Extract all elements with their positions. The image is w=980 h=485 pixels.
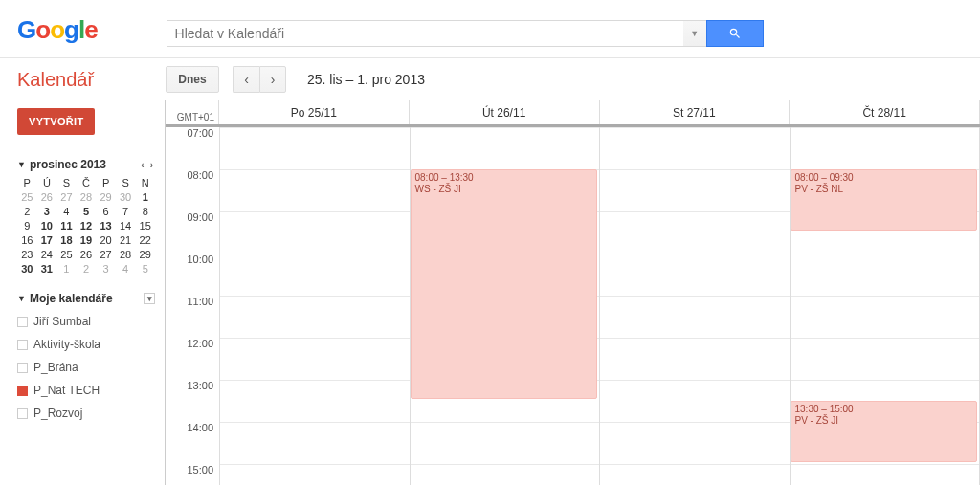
mini-day[interactable]: 27 [56, 191, 77, 203]
create-button[interactable]: VYTVOŘIT [17, 108, 95, 135]
mini-day[interactable]: 8 [135, 206, 155, 217]
toolbar: Kalendář Dnes ‹ › 25. lis – 1. pro 2013 [0, 58, 980, 100]
mini-calendar-grid[interactable]: PÚSČPSN252627282930123456789101112131415… [17, 177, 155, 275]
mini-day[interactable]: 29 [135, 249, 155, 260]
event-title: PV - ZŠ JI [795, 415, 973, 427]
today-button[interactable]: Dnes [166, 66, 219, 93]
mini-next[interactable]: › [148, 160, 155, 170]
mini-day[interactable]: 25 [56, 249, 77, 260]
mini-day[interactable]: 16 [17, 234, 37, 246]
mini-calendar-nav: ‹ › [139, 160, 155, 170]
mini-day[interactable]: 10 [37, 220, 57, 231]
mini-day[interactable]: 1 [135, 191, 155, 203]
my-calendars-header[interactable]: ▼ Moje kalendáře ▾ [17, 292, 155, 305]
calendar-label: P_Brána [33, 361, 78, 374]
mini-day[interactable]: 23 [17, 249, 37, 260]
mini-day[interactable]: 5 [77, 206, 97, 217]
event-time: 08:00 – 09:30 [795, 172, 973, 184]
mini-dow: Ú [37, 177, 57, 188]
mini-day[interactable]: 2 [77, 263, 97, 275]
calendar-event[interactable]: 13:30 – 15:00PV - ZŠ JI [791, 401, 978, 462]
mini-day[interactable]: 24 [37, 249, 57, 260]
mini-day[interactable]: 26 [77, 249, 97, 260]
mini-day[interactable]: 28 [116, 249, 136, 260]
mini-day[interactable]: 14 [116, 220, 136, 231]
search-dropdown[interactable]: ▼ [683, 20, 706, 47]
mini-day[interactable]: 30 [17, 263, 37, 275]
mini-day[interactable]: 25 [17, 191, 37, 203]
day-headers: GMT+01 Po 25/11Út 26/11St 27/11Čt 28/11 [166, 100, 980, 127]
calendar-swatch [17, 363, 28, 373]
hour-label: 07:00 [187, 127, 219, 169]
collapse-icon: ▼ [17, 294, 26, 303]
mini-day[interactable]: 31 [37, 263, 57, 275]
hour-label: 10:00 [187, 254, 219, 296]
calendar-event[interactable]: 08:00 – 09:30PV - ZŠ NL [791, 169, 978, 231]
sidebar: VYTVOŘIT ▼ prosinec 2013 ‹ › PÚSČPSN2526… [0, 100, 165, 485]
mini-day[interactable]: 4 [116, 263, 136, 275]
mini-day[interactable]: 2 [17, 206, 37, 217]
mini-prev[interactable]: ‹ [139, 160, 145, 170]
hour-label: 11:00 [187, 296, 219, 338]
calendar-item[interactable]: P_Rozvoj [17, 407, 155, 420]
mini-day[interactable]: 9 [17, 220, 37, 231]
grid-scroll[interactable]: 07:0008:0009:0010:0011:0012:0013:0014:00… [166, 127, 980, 485]
collapse-icon[interactable]: ▼ [17, 160, 26, 169]
event-time: 08:00 – 13:30 [415, 172, 593, 184]
mini-day[interactable]: 28 [77, 191, 97, 203]
my-calendars-label: Moje kalendáře [30, 292, 113, 305]
mini-day[interactable]: 1 [56, 263, 77, 275]
hour-label: 12:00 [187, 338, 219, 380]
app-title: Kalendář [17, 69, 166, 91]
mini-dow: S [116, 177, 136, 188]
mini-dow: P [96, 177, 116, 188]
mini-day[interactable]: 12 [77, 220, 97, 231]
day-headers-inner: Po 25/11Út 26/11St 27/11Čt 28/11 [219, 100, 980, 124]
day-header: Po 25/11 [219, 100, 410, 124]
mini-day[interactable]: 29 [96, 191, 116, 203]
mini-day[interactable]: 17 [37, 234, 57, 246]
day-header: St 27/11 [600, 100, 791, 124]
mini-day[interactable]: 30 [116, 191, 136, 203]
calendar-item[interactable]: P_Brána [17, 361, 155, 374]
mini-dow: N [135, 177, 155, 188]
mini-day[interactable]: 4 [56, 206, 77, 217]
hour-label: 09:00 [187, 211, 219, 254]
day-columns: 08:00 – 13:30WS - ZŠ JI08:00 – 09:30PV -… [219, 127, 980, 485]
next-button[interactable]: › [259, 66, 286, 93]
prev-button[interactable]: ‹ [233, 66, 259, 93]
mini-day[interactable]: 27 [96, 249, 116, 260]
mini-day[interactable]: 19 [77, 234, 97, 246]
mini-day[interactable]: 18 [56, 234, 77, 246]
search-input[interactable] [167, 20, 683, 47]
dropdown-icon[interactable]: ▾ [144, 293, 155, 304]
calendar-item[interactable]: Jiří Sumbal [17, 315, 155, 328]
mini-day[interactable]: 26 [37, 191, 57, 203]
hour-label: 15:00 [187, 464, 219, 485]
calendar-grid: GMT+01 Po 25/11Út 26/11St 27/11Čt 28/11 … [165, 100, 980, 485]
calendar-event[interactable]: 08:00 – 13:30WS - ZŠ JI [411, 169, 598, 399]
mini-day[interactable]: 11 [56, 220, 77, 231]
calendar-item[interactable]: Aktivity-škola [17, 338, 155, 351]
day-column[interactable] [600, 127, 791, 485]
search-icon [728, 27, 742, 40]
mini-day[interactable]: 5 [135, 263, 155, 275]
event-title: WS - ZŠ JI [415, 184, 593, 195]
calendar-swatch [17, 408, 28, 419]
hour-label: 13:00 [187, 380, 219, 422]
day-column[interactable] [220, 127, 411, 485]
mini-day[interactable]: 3 [37, 206, 57, 217]
mini-day[interactable]: 3 [96, 263, 116, 275]
mini-day[interactable]: 6 [96, 206, 116, 217]
calendar-item[interactable]: P_Nat TECH [17, 384, 155, 397]
mini-day[interactable]: 20 [96, 234, 116, 246]
mini-day[interactable]: 7 [116, 206, 136, 217]
mini-day[interactable]: 15 [135, 220, 155, 231]
search-button[interactable] [706, 20, 764, 47]
mini-day[interactable]: 13 [96, 220, 116, 231]
mini-day[interactable]: 21 [116, 234, 136, 246]
google-logo: Google [17, 15, 98, 53]
calendar-list: Jiří SumbalAktivity-školaP_BránaP_Nat TE… [17, 315, 155, 420]
mini-day[interactable]: 22 [135, 234, 155, 246]
mini-calendar-header: ▼ prosinec 2013 ‹ › [17, 158, 155, 171]
